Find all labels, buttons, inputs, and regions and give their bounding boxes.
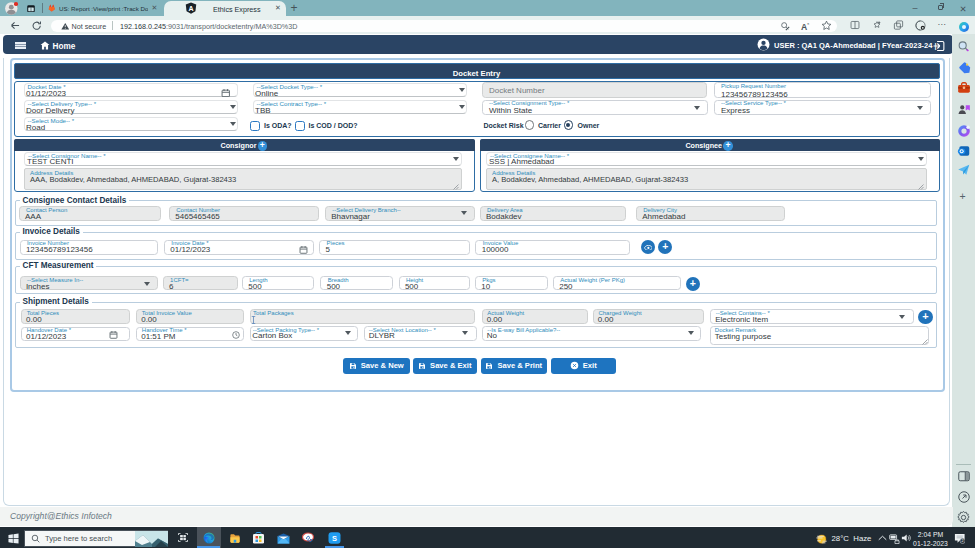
svg-text:A: A xyxy=(188,5,193,12)
svg-text:2: 2 xyxy=(961,539,963,543)
svg-text:S: S xyxy=(332,534,337,543)
